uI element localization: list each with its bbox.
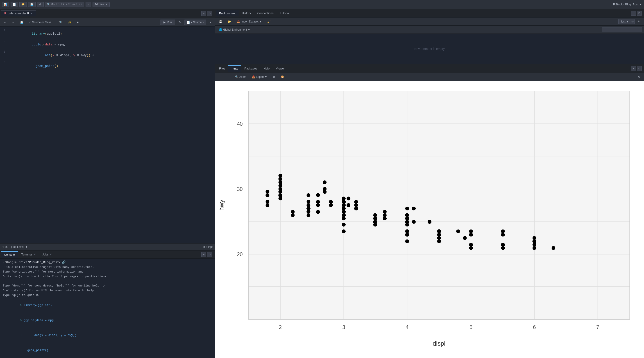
plots-toolbar: ← → 🔍 Zoom 📤 Export ▼ 🗑 🎨 ← → ↻ — [215, 73, 644, 81]
line-num-3: 3 — [2, 50, 9, 53]
load-workspace-btn[interactable]: 📂 — [226, 19, 233, 24]
find-btn[interactable]: 🔍 — [57, 20, 65, 25]
console-command-1: > library(ggplot2) — [3, 299, 212, 313]
svg-text:displ: displ — [433, 340, 446, 347]
code-line-1: 1 library(ggplot2) — [0, 28, 215, 39]
plots-tab-plots[interactable]: Plots — [228, 65, 241, 72]
env-search-input[interactable] — [602, 27, 642, 32]
rerun-btn[interactable]: ↻ — [176, 20, 183, 25]
svg-point-132 — [552, 246, 555, 250]
print-btn[interactable]: 🖨 — [37, 2, 44, 7]
save-history-btn[interactable]: 💾 — [217, 19, 224, 24]
rstudio-icon: 📊 — [4, 3, 7, 6]
console-output: R is a collaborative project with many c… — [3, 265, 212, 298]
svg-point-138 — [501, 246, 505, 250]
goto-btn[interactable]: 🔍 Go to file/function — [45, 2, 84, 7]
maximize-console-btn[interactable]: □ — [207, 252, 212, 257]
plots-panel: Files Plots Packages Help Viewer − □ — [215, 64, 644, 358]
export-btn[interactable]: 📤 Export ▼ — [250, 74, 269, 79]
import-dataset-btn[interactable]: 📥 Import Dataset ▼ — [234, 19, 264, 24]
env-tab-history[interactable]: History — [239, 10, 254, 16]
env-tab-connections[interactable]: Connections — [254, 10, 276, 16]
env-tab-tutorial[interactable]: Tutorial — [277, 10, 293, 16]
scope-indicator[interactable]: (Top Level) ▼ — [11, 245, 28, 248]
svg-point-155 — [383, 210, 387, 214]
plots-nav-fwd[interactable]: → — [628, 74, 634, 79]
global-env-btn[interactable]: 🌐 Global Environment ▼ — [217, 27, 252, 32]
plots-tab-packages[interactable]: Packages — [241, 65, 260, 71]
console-tab-jobs[interactable]: Jobs ✕ — [39, 251, 55, 257]
editor-tab-code-examples[interactable]: R code_examples.R ✕ — [1, 10, 36, 16]
console-tab-console[interactable]: Console — [1, 251, 18, 258]
source-on-save-btn[interactable]: ☑ Source on Save — [27, 20, 53, 25]
next-plot-btn[interactable]: → — [225, 74, 232, 79]
save-file-btn[interactable]: 💾 — [18, 20, 26, 25]
save-btn[interactable]: 💾 — [28, 2, 36, 7]
plots-tab-files[interactable]: Files — [216, 65, 228, 71]
line-content-2: ggplot(data = mpg, — [9, 39, 66, 50]
maximize-env-btn[interactable]: □ — [637, 11, 642, 16]
list-select[interactable]: List ▼ — [618, 19, 634, 24]
plots-tab-help[interactable]: Help — [260, 65, 273, 71]
editor-tab-bar: R code_examples.R ✕ − □ — [0, 9, 215, 18]
svg-point-28 — [266, 193, 269, 197]
paint-btn[interactable]: 🎨 — [279, 74, 286, 79]
source-btn[interactable]: 📄 ▾ Source ▾ — [184, 19, 206, 25]
code-editor[interactable]: 1 library(ggplot2) 2 ggplot(data = mpg, … — [0, 26, 215, 243]
forward-btn[interactable]: → — [10, 20, 17, 25]
console-body[interactable]: ~/Google Drive/RStudio_Blog_Post/ 🔗 R is… — [0, 259, 215, 358]
minimize-editor-btn[interactable]: − — [201, 11, 206, 16]
r-file-icon: R — [4, 12, 6, 15]
help-tab-label: Help — [264, 67, 270, 70]
minimize-env-btn[interactable]: − — [631, 11, 636, 16]
minimize-console-btn[interactable]: − — [201, 252, 206, 257]
svg-point-106 — [354, 207, 358, 210]
jobs-tab-close[interactable]: ✕ — [50, 253, 52, 256]
magic-wand-btn[interactable]: ✨ — [66, 20, 74, 25]
svg-point-34 — [266, 200, 269, 204]
svg-point-147 — [306, 213, 310, 217]
plots-refresh-btn[interactable]: ↻ — [636, 74, 642, 79]
console-tab-terminal[interactable]: Terminal ✕ — [18, 251, 39, 257]
plots-tab-viewer[interactable]: Viewer — [273, 65, 288, 71]
prompt-1: > — [20, 304, 24, 307]
svg-point-63 — [306, 193, 310, 197]
hide-btn[interactable]: ▾ — [208, 20, 213, 25]
prev-plot-btn[interactable]: ← — [217, 74, 224, 79]
compile-btn[interactable]: ■ — [75, 20, 80, 25]
zoom-btn[interactable]: ⇄ — [86, 2, 91, 7]
minimize-plots-btn[interactable]: − — [631, 66, 636, 71]
source-label: ▾ Source ▾ — [191, 21, 204, 24]
svg-point-105 — [354, 203, 358, 207]
svg-text:40: 40 — [237, 121, 243, 127]
delete-plot-btn[interactable]: 🗑 — [271, 74, 278, 79]
clear-env-btn[interactable]: 🧹 — [265, 19, 273, 24]
zoom-btn[interactable]: 🔍 Zoom — [233, 74, 248, 79]
project-title[interactable]: RStudio_Blog_Post ▼ — [613, 3, 642, 6]
code-line-2: 2 ggplot(data = mpg, — [0, 39, 215, 50]
run-btn[interactable]: ▶ Run — [160, 19, 175, 25]
path-icon: 🔗 — [62, 260, 66, 264]
new-file-btn[interactable]: 📄 — [10, 2, 18, 7]
addins-btn[interactable]: Addins ▼ — [92, 2, 110, 7]
file-type[interactable]: R Script — [203, 245, 212, 248]
open-file-btn[interactable]: 📂 — [19, 2, 27, 7]
back-btn[interactable]: ← — [2, 20, 8, 25]
plots-nav-back[interactable]: ← — [620, 74, 626, 79]
maximize-plots-btn[interactable]: □ — [637, 66, 642, 71]
goto-icon: 🔍 — [47, 3, 50, 6]
editor-tab-close[interactable]: ✕ — [30, 12, 33, 15]
goto-label: Go to file/function — [51, 3, 82, 6]
terminal-tab-close[interactable]: ✕ — [34, 253, 36, 256]
refresh-env-btn[interactable]: ↻ — [636, 19, 642, 24]
maximize-editor-btn[interactable]: □ — [207, 11, 212, 16]
code-line-3: 3 aes(x = displ, y = hwy)) + — [0, 50, 215, 61]
console-command-2: > ggplot(data = mpg, — [3, 314, 212, 327]
env-tab-environment[interactable]: Environment — [216, 10, 239, 16]
svg-point-142 — [306, 203, 310, 207]
svg-point-95 — [405, 216, 409, 220]
import-label: Import Dataset ▼ — [241, 20, 262, 23]
svg-point-91 — [342, 207, 346, 210]
rstudio-icon-btn[interactable]: 📊 — [2, 2, 9, 7]
env-empty-message: Environment is empty — [414, 47, 445, 51]
